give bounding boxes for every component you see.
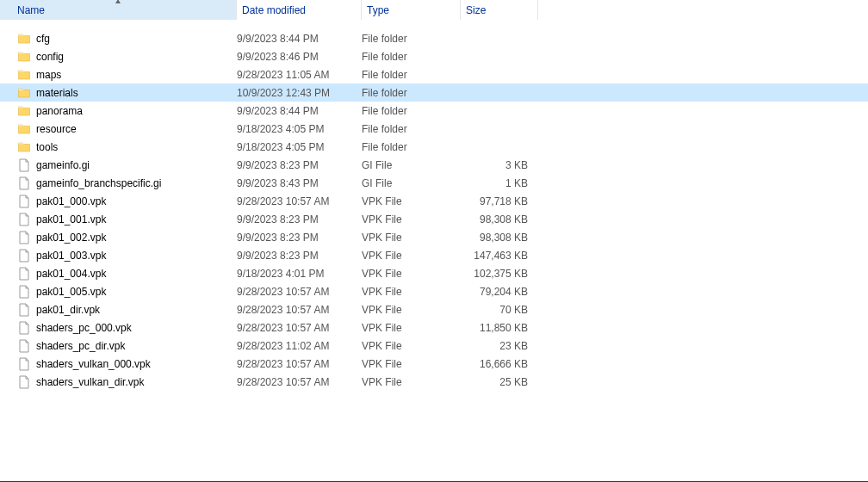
file-type-cell: File folder [362,138,461,156]
file-row[interactable]: shaders_vulkan_000.vpk9/28/2023 10:57 AM… [0,355,868,373]
file-size-cell: 79,204 KB [461,282,538,300]
file-name-cell: gameinfo_branchspecific.gi [17,174,237,192]
file-name-label: shaders_vulkan_000.vpk [36,358,151,370]
file-date-cell: 9/9/2023 8:44 PM [237,29,362,47]
file-list-view: Name Date modified Type Size cfg9/9/2023… [0,0,868,482]
file-row[interactable]: panorama9/9/2023 8:44 PMFile folder [0,102,868,120]
column-header-name[interactable]: Name [0,0,237,20]
file-date-cell: 9/9/2023 8:43 PM [237,174,362,192]
file-date-cell: 9/9/2023 8:46 PM [237,47,362,65]
file-icon [17,158,31,172]
file-date-cell: 9/9/2023 8:23 PM [237,156,362,174]
file-size-cell: 3 KB [461,156,538,174]
file-name-label: pak01_002.vpk [36,232,106,244]
file-type-cell: VPK File [362,264,461,282]
file-size-cell: 98,308 KB [461,228,538,246]
file-size-cell [461,65,538,83]
file-name-label: pak01_003.vpk [36,250,106,262]
file-date-cell: 9/9/2023 8:44 PM [237,102,362,120]
file-rows-container: cfg9/9/2023 8:44 PMFile folderconfig9/9/… [0,21,868,391]
file-row[interactable]: gameinfo_branchspecific.gi9/9/2023 8:43 … [0,174,868,192]
file-icon [17,285,31,299]
file-size-cell [461,29,538,47]
file-name-label: pak01_004.vpk [36,268,106,280]
file-row[interactable]: pak01_001.vpk9/9/2023 8:23 PMVPK File98,… [0,210,868,228]
file-date-cell: 9/9/2023 8:23 PM [237,210,362,228]
file-row[interactable]: tools9/18/2023 4:05 PMFile folder [0,138,868,156]
file-name-label: maps [36,69,61,81]
file-row[interactable]: pak01_000.vpk9/28/2023 10:57 AMVPK File9… [0,192,868,210]
file-name-label: gameinfo.gi [36,159,90,171]
file-type-cell: VPK File [362,210,461,228]
file-type-cell: File folder [362,29,461,47]
file-type-cell: File folder [362,83,461,102]
column-header-name-label: Name [17,4,45,16]
file-row[interactable]: resource9/18/2023 4:05 PMFile folder [0,120,868,138]
file-name-label: resource [36,123,77,135]
file-icon [17,375,31,389]
folder-icon [17,68,31,82]
file-icon [17,267,31,281]
file-date-cell: 9/28/2023 10:57 AM [237,373,362,391]
file-size-cell: 23 KB [461,337,538,355]
file-row[interactable]: pak01_dir.vpk9/28/2023 10:57 AMVPK File7… [0,300,868,318]
sort-ascending-icon [115,0,121,6]
file-type-cell: VPK File [362,337,461,355]
file-name-cell: pak01_dir.vpk [17,300,237,318]
file-row[interactable]: shaders_pc_dir.vpk9/28/2023 11:02 AMVPK … [0,337,868,355]
file-row[interactable]: pak01_003.vpk9/9/2023 8:23 PMVPK File147… [0,246,868,264]
column-header-type[interactable]: Type [362,0,461,20]
file-name-cell: shaders_vulkan_000.vpk [17,355,237,373]
file-size-cell: 25 KB [461,373,538,391]
file-date-cell: 9/18/2023 4:05 PM [237,120,362,138]
file-date-cell: 9/18/2023 4:01 PM [237,264,362,282]
file-icon [17,321,31,335]
file-name-cell: maps [17,65,237,83]
file-name-cell: tools [17,138,237,156]
file-name-label: config [36,51,64,63]
file-type-cell: VPK File [362,228,461,246]
file-row[interactable]: config9/9/2023 8:46 PMFile folder [0,47,868,65]
file-name-label: shaders_pc_000.vpk [36,322,132,334]
file-name-cell: pak01_001.vpk [17,210,237,228]
file-name-cell: shaders_pc_000.vpk [17,318,237,337]
file-type-cell: File folder [362,47,461,65]
file-size-cell: 147,463 KB [461,246,538,264]
file-type-cell: VPK File [362,192,461,210]
folder-icon [17,50,31,64]
file-type-cell: VPK File [362,300,461,318]
file-row[interactable]: materials10/9/2023 12:43 PMFile folder [0,83,868,102]
file-row[interactable]: shaders_pc_000.vpk9/28/2023 10:57 AMVPK … [0,318,868,337]
file-row[interactable]: maps9/28/2023 11:05 AMFile folder [0,65,868,83]
file-type-cell: VPK File [362,282,461,300]
file-size-cell: 70 KB [461,300,538,318]
file-size-cell [461,102,538,120]
file-name-cell: panorama [17,102,237,120]
file-name-cell: shaders_vulkan_dir.vpk [17,373,237,391]
file-name-label: panorama [36,105,83,117]
file-type-cell: File folder [362,65,461,83]
file-date-cell: 9/28/2023 11:02 AM [237,337,362,355]
file-icon [17,231,31,244]
folder-icon [17,104,31,118]
file-row[interactable]: pak01_002.vpk9/9/2023 8:23 PMVPK File98,… [0,228,868,246]
file-date-cell: 9/18/2023 4:05 PM [237,138,362,156]
folder-icon [17,122,31,136]
file-icon [17,339,31,353]
file-row[interactable]: cfg9/9/2023 8:44 PMFile folder [0,29,868,47]
file-row[interactable]: pak01_004.vpk9/18/2023 4:01 PMVPK File10… [0,264,868,282]
file-row[interactable]: pak01_005.vpk9/28/2023 10:57 AMVPK File7… [0,282,868,300]
file-name-cell: cfg [17,29,237,47]
column-header-date[interactable]: Date modified [237,0,362,20]
file-name-cell: pak01_003.vpk [17,246,237,264]
folder-icon [17,86,31,100]
file-row[interactable]: shaders_vulkan_dir.vpk9/28/2023 10:57 AM… [0,373,868,391]
column-header-size[interactable]: Size [461,0,538,20]
file-size-cell: 16,666 KB [461,355,538,373]
file-date-cell: 9/28/2023 10:57 AM [237,192,362,210]
file-name-label: shaders_vulkan_dir.vpk [36,376,144,388]
file-name-cell: pak01_005.vpk [17,282,237,300]
file-size-cell [461,47,538,65]
file-row[interactable]: gameinfo.gi9/9/2023 8:23 PMGI File3 KB [0,156,868,174]
column-header-date-label: Date modified [242,4,306,16]
